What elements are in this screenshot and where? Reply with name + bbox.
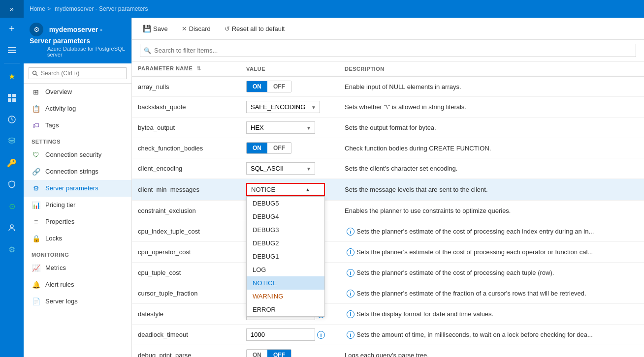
param-value-cell[interactable]: SAFE_ENCODINGONOFF <box>240 97 339 118</box>
param-description-cell: Logs each query's parse tree. <box>339 345 644 357</box>
tags-icon: 🏷 <box>32 121 40 130</box>
nav-icon-clock[interactable] <box>0 109 24 130</box>
nav-icon-person[interactable] <box>0 217 24 238</box>
dropdown-trigger[interactable]: NOTICE▲ <box>246 183 325 196</box>
nav-icon-menu[interactable] <box>0 39 24 61</box>
param-value-cell[interactable]: NOTICE▲DEBUG5DEBUG4DEBUG3DEBUG2DEBUG1LOG… <box>240 179 339 201</box>
sidebar-item-activity-log[interactable]: 📋 Activity log <box>24 100 131 117</box>
breadcrumb-home[interactable]: Home <box>30 5 45 12</box>
info-icon-desc[interactable]: i <box>347 228 354 236</box>
parameters-table: PARAMETER NAME ⇅ VALUE DESCRIPTION array… <box>132 61 644 357</box>
sidebar-item-pricing-tier[interactable]: 📊 Pricing tier <box>24 197 131 213</box>
toggle-on-button[interactable]: ON <box>247 350 267 357</box>
svg-point-11 <box>10 225 13 228</box>
sidebar-item-overview[interactable]: ⊞ Overview <box>24 84 131 100</box>
nav-icon-plus[interactable]: + <box>0 18 24 39</box>
filter-bar <box>132 40 644 61</box>
save-button[interactable]: 💾 Save <box>140 23 171 34</box>
table-row: datestyleiiSets the display format for d… <box>132 304 644 325</box>
sidebar-label-pricing-tier: Pricing tier <box>45 201 75 208</box>
param-name-cell: check_function_bodies <box>132 138 240 158</box>
param-value-cell[interactable]: ONOFF <box>240 76 339 97</box>
discard-button[interactable]: ✕ Discard <box>179 23 214 34</box>
dropdown-list-item[interactable]: WARNING <box>247 290 324 303</box>
toggle-on-button[interactable]: ON <box>247 143 267 153</box>
svg-rect-3 <box>8 94 11 97</box>
nav-icon-key[interactable]: 🔑 <box>0 152 24 174</box>
param-value-cell[interactable]: ONOFF <box>240 345 339 357</box>
reset-label: Reset all to default <box>232 25 285 32</box>
sidebar-item-locks[interactable]: 🔒 Locks <box>24 230 131 247</box>
info-icon-desc[interactable]: i <box>347 248 354 256</box>
param-description-cell: iSets the planner's estimate of the cost… <box>339 263 644 283</box>
sidebar-item-connection-security[interactable]: 🛡 Connection security <box>24 147 131 163</box>
sidebar-label-connection-strings: Connection strings <box>45 168 98 175</box>
reset-button[interactable]: ↺ Reset all to default <box>222 23 288 34</box>
nav-icon-settings2[interactable]: ⚙ <box>0 238 24 260</box>
sidebar-item-tags[interactable]: 🏷 Tags <box>24 117 131 134</box>
sidebar-item-server-logs[interactable]: 📄 Server logs <box>24 293 131 310</box>
table-row: check_function_bodiesONOFFCheck function… <box>132 138 644 158</box>
param-value-cell[interactable]: i <box>240 325 339 345</box>
server-icon: ⚙ <box>30 23 43 36</box>
param-number-input[interactable] <box>246 328 315 341</box>
param-value-cell[interactable]: SQL_ASCIIUTF8LATIN1 <box>240 158 339 179</box>
table-row: client_encodingSQL_ASCIIUTF8LATIN1Sets t… <box>132 158 644 179</box>
param-select[interactable]: SAFE_ENCODINGONOFF <box>246 101 320 113</box>
server-logs-icon: 📄 <box>32 297 40 306</box>
sidebar-item-connection-strings[interactable]: 🔗 Connection strings <box>24 163 131 180</box>
toolbar: 💾 Save ✕ Discard ↺ Reset all to default <box>132 18 644 40</box>
toggle-on-button[interactable]: ON <box>247 81 267 92</box>
sidebar-item-alert-rules[interactable]: 🔔 Alert rules <box>24 276 131 293</box>
svg-rect-4 <box>12 94 16 97</box>
info-icon-desc[interactable]: i <box>347 269 354 277</box>
sidebar-item-metrics[interactable]: 📈 Metrics <box>24 260 131 276</box>
toggle-off-button[interactable]: OFF <box>267 350 291 357</box>
select-wrapper: HEXESCAPE <box>246 121 315 134</box>
param-description-cell: Check function bodies during CREATE FUNC… <box>339 138 644 158</box>
dropdown-list-item[interactable]: ERROR <box>247 303 324 316</box>
param-name-cell: client_encoding <box>132 158 240 179</box>
discard-icon: ✕ <box>182 25 187 32</box>
save-icon: 💾 <box>143 25 151 32</box>
nav-icon-circle-o[interactable]: ⊙ <box>0 195 24 217</box>
col-header-description: DESCRIPTION <box>339 61 644 76</box>
dropdown-list-item[interactable]: DEBUG3 <box>247 223 324 237</box>
info-icon-desc[interactable]: i <box>347 331 354 339</box>
param-name-cell: backslash_quote <box>132 97 240 118</box>
nav-icon-favorites[interactable]: ★ <box>0 65 24 87</box>
expand-toggle[interactable]: » <box>0 0 24 18</box>
nav-icon-shield[interactable] <box>0 174 24 195</box>
toggle-off-button[interactable]: OFF <box>267 143 291 153</box>
toggle-off-button[interactable]: OFF <box>267 81 291 92</box>
toggle-group: ONOFF <box>246 142 291 154</box>
param-value-cell[interactable]: ONOFF <box>240 138 339 158</box>
info-icon[interactable]: i <box>317 331 325 339</box>
param-select[interactable]: HEXESCAPE <box>246 121 315 134</box>
nav-icon-dashboard[interactable] <box>0 87 24 109</box>
dropdown-list-item[interactable]: DEBUG1 <box>247 250 324 263</box>
dropdown-list-item[interactable]: NOTICE <box>247 276 324 290</box>
metrics-icon: 📈 <box>32 264 40 272</box>
sidebar-item-properties[interactable]: ≡ Properties <box>24 213 131 230</box>
param-value-cell[interactable]: HEXESCAPE <box>240 118 339 138</box>
sidebar-item-server-parameters[interactable]: ⚙ Server parameters <box>24 180 131 197</box>
icon-bar: » + ★ 🔑 ⊙ ⚙ <box>0 0 24 357</box>
properties-icon: ≡ <box>32 217 40 226</box>
param-name-cell: cursor_tuple_fraction <box>132 283 240 304</box>
nav-icon-database[interactable] <box>0 130 24 152</box>
filter-input[interactable] <box>140 44 636 57</box>
dropdown-list-item[interactable]: DEBUG2 <box>247 237 324 250</box>
dropdown-list-item[interactable]: DEBUG5 <box>247 197 324 210</box>
dropdown-list-item[interactable]: DEBUG4 <box>247 210 324 223</box>
param-select[interactable]: SQL_ASCIIUTF8LATIN1 <box>246 162 315 175</box>
sort-icon[interactable]: ⇅ <box>196 65 201 71</box>
breadcrumb: Home > mydemoserver - Server parameters <box>24 0 644 18</box>
info-icon-desc[interactable]: i <box>347 310 354 318</box>
info-icon-desc[interactable]: i <box>347 290 354 298</box>
dropdown-list-item[interactable]: LOG <box>247 263 324 276</box>
sidebar-search-input[interactable] <box>29 67 127 79</box>
connection-security-icon: 🛡 <box>32 150 40 159</box>
server-parameters-icon: ⚙ <box>32 184 40 193</box>
table-row: cpu_index_tuple_costiiSets the planner's… <box>132 221 644 242</box>
